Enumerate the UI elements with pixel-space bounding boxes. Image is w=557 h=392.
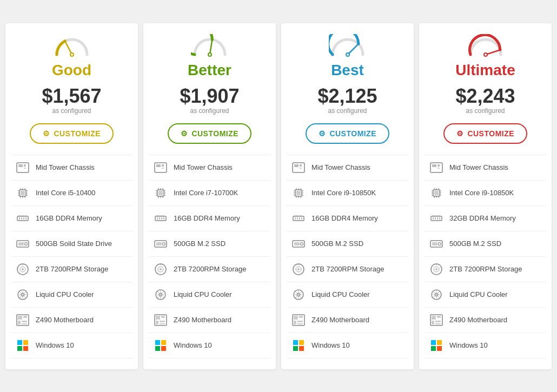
svg-rect-61 <box>158 191 163 195</box>
svg-rect-6 <box>24 168 26 169</box>
spec-text: Windows 10 <box>311 341 350 349</box>
svg-rect-158 <box>299 346 304 351</box>
spec-item: Intel Core i9-10850K <box>287 181 408 206</box>
svg-rect-49 <box>17 340 22 345</box>
spec-item: Liquid CPU Cooler <box>425 282 546 308</box>
plan-gauge <box>329 34 367 58</box>
plan-price: $2,243 <box>455 87 515 106</box>
plan-card-best: Best $2,125 as configured ⚙ CUSTOMIZE Mi… <box>281 23 414 369</box>
svg-rect-114 <box>296 191 301 195</box>
spec-item: 2TB 7200RPM Storage <box>11 257 132 282</box>
spec-item: 32GB DDR4 Memory <box>425 206 546 231</box>
customize-button[interactable]: ⚙ CUSTOMIZE <box>168 123 251 144</box>
svg-rect-205 <box>432 321 434 324</box>
svg-rect-150 <box>294 316 298 320</box>
customize-button[interactable]: ⚙ CUSTOMIZE <box>30 123 114 144</box>
gear-icon: ⚙ <box>43 129 50 138</box>
spec-list: Mid Tower Chassis Intel Core i5-10400 16… <box>11 155 132 358</box>
svg-rect-100 <box>160 321 165 322</box>
spec-item: Liquid CPU Cooler <box>149 282 270 308</box>
spec-text: Intel Core i7-10700K <box>174 189 238 197</box>
svg-point-108 <box>347 54 349 56</box>
svg-rect-211 <box>437 346 442 351</box>
customize-button[interactable]: ⚙ CUSTOMIZE <box>443 123 527 144</box>
plan-title: Best <box>331 62 364 79</box>
ssd-icon <box>291 236 306 251</box>
svg-rect-44 <box>18 316 22 320</box>
spec-item: Intel Core i5-10400 <box>11 181 132 206</box>
svg-rect-165 <box>437 168 440 169</box>
ram-icon <box>15 211 30 226</box>
svg-rect-98 <box>161 316 165 318</box>
gear-icon: ⚙ <box>456 129 464 138</box>
customize-label: CUSTOMIZE <box>191 129 238 138</box>
svg-rect-110 <box>294 164 299 167</box>
spec-text: 16GB DDR4 Memory <box>311 214 378 222</box>
mobo-icon <box>429 313 444 328</box>
svg-rect-154 <box>297 323 303 324</box>
svg-rect-23 <box>21 217 22 220</box>
plan-card-good: Good $1,567 as configured ⚙ CUSTOMIZE Mi… <box>5 23 138 369</box>
svg-rect-48 <box>22 323 27 324</box>
gear-icon: ⚙ <box>319 129 326 138</box>
spec-text: 16GB DDR4 Memory <box>36 214 102 222</box>
spec-text: Mid Tower Chassis <box>36 163 95 171</box>
spec-item: Windows 10 <box>425 333 546 358</box>
spec-text: 32GB DDR4 Memory <box>449 214 516 222</box>
svg-rect-157 <box>293 346 298 351</box>
customize-button[interactable]: ⚙ CUSTOMIZE <box>306 123 389 144</box>
svg-rect-206 <box>435 321 441 322</box>
svg-point-141 <box>297 268 300 270</box>
spec-item: Intel Core i7-10700K <box>149 181 270 206</box>
svg-line-159 <box>486 49 501 54</box>
spec-item: 500GB Soild State Drive <box>11 231 132 257</box>
spec-item: Windows 10 <box>11 333 132 358</box>
ram-icon <box>291 211 306 226</box>
svg-rect-8 <box>21 191 25 195</box>
plan-price-label: as configured <box>52 107 91 115</box>
spec-text: Windows 10 <box>449 341 488 349</box>
svg-point-148 <box>297 293 300 296</box>
svg-rect-45 <box>23 316 27 318</box>
cooler-icon <box>291 287 306 302</box>
spec-item: Z490 Motherboard <box>425 308 546 333</box>
hdd-icon <box>153 262 168 277</box>
svg-rect-184 <box>439 217 440 220</box>
svg-rect-153 <box>297 321 303 322</box>
ram-icon <box>153 211 168 226</box>
customize-label: CUSTOMIZE <box>329 129 376 138</box>
svg-point-161 <box>485 54 487 56</box>
spec-item: 500GB M.2 SSD <box>149 231 270 257</box>
spec-text: 500GB M.2 SSD <box>449 240 501 248</box>
svg-rect-75 <box>157 217 158 220</box>
ssd-icon <box>429 236 444 251</box>
spec-item: Mid Tower Chassis <box>425 155 546 181</box>
svg-rect-103 <box>161 340 166 345</box>
svg-point-42 <box>21 293 24 296</box>
svg-rect-24 <box>23 217 24 220</box>
mobo-icon <box>15 313 30 328</box>
plan-gauge <box>191 34 229 58</box>
spec-text: 2TB 7200RPM Storage <box>449 265 522 273</box>
svg-rect-78 <box>163 217 164 220</box>
spec-text: 2TB 7200RPM Storage <box>36 265 108 273</box>
svg-rect-204 <box>437 316 441 318</box>
svg-rect-56 <box>155 163 167 172</box>
spec-text: Z490 Motherboard <box>449 316 507 324</box>
svg-rect-3 <box>17 163 29 172</box>
svg-rect-203 <box>432 316 436 320</box>
svg-rect-155 <box>293 340 298 345</box>
spec-text: Liquid CPU Cooler <box>36 290 94 298</box>
svg-rect-101 <box>160 323 165 324</box>
hdd-icon <box>15 262 30 277</box>
spec-text: Mid Tower Chassis <box>174 163 233 171</box>
svg-point-2 <box>71 54 73 56</box>
svg-rect-105 <box>161 346 166 351</box>
svg-rect-112 <box>300 168 302 169</box>
svg-rect-25 <box>25 217 26 220</box>
svg-line-0 <box>64 40 72 55</box>
plan-gauge <box>53 34 91 58</box>
ssd-icon <box>153 236 168 251</box>
svg-line-106 <box>348 43 359 54</box>
cooler-icon <box>429 287 444 302</box>
